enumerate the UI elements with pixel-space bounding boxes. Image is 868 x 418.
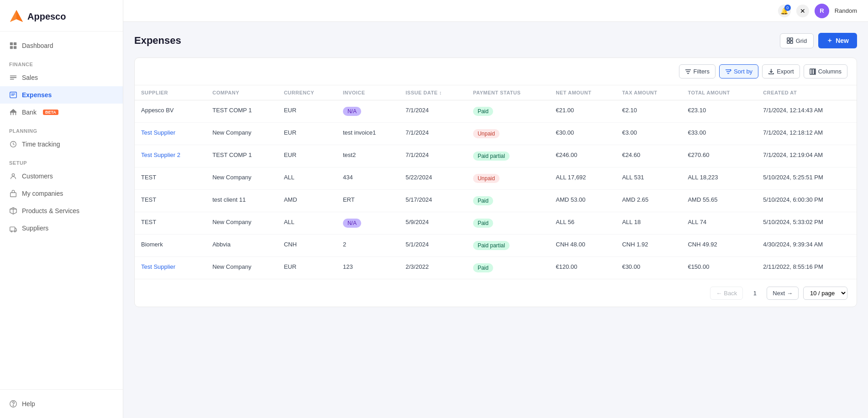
payment-status-badge: Unpaid (473, 129, 500, 138)
cell-created-at: 7/1/2024, 12:14:43 AM (757, 100, 857, 123)
cell-net-amount: €30.00 (549, 123, 615, 145)
svg-rect-20 (11, 193, 16, 197)
cell-supplier[interactable]: Test Supplier (135, 257, 206, 279)
cell-supplier[interactable]: Test Supplier 2 (135, 145, 206, 167)
cell-invoice: test invoice1 (337, 123, 399, 145)
invoice-value: 123 (343, 263, 353, 270)
svg-rect-9 (10, 79, 14, 80)
sidebar-item-dashboard[interactable]: Dashboard (0, 37, 123, 54)
cell-total-amount: ALL 74 (681, 212, 757, 235)
section-planning-label: Planning (0, 121, 123, 136)
sidebar-item-label: Products & Services (22, 207, 79, 214)
invoice-value: 434 (343, 174, 353, 181)
cell-company: New Company (206, 257, 277, 279)
payment-status-badge: Paid (473, 107, 493, 116)
section-setup-label: Setup (0, 153, 123, 167)
cell-payment-status: Unpaid (467, 167, 549, 190)
svg-rect-41 (815, 69, 815, 74)
sidebar-item-help[interactable]: Help (0, 395, 123, 413)
cell-payment-status: Paid partial (467, 235, 549, 257)
filter-icon (685, 68, 691, 75)
sidebar-item-sales[interactable]: Sales (0, 69, 123, 86)
cell-issue-date: 5/22/2024 (399, 167, 467, 190)
cell-invoice: N/A (337, 212, 399, 235)
help-icon (9, 400, 17, 408)
cell-invoice: 2 (337, 235, 399, 257)
app-logo-icon (9, 9, 24, 24)
svg-rect-30 (790, 38, 793, 40)
sidebar-item-my-companies[interactable]: My companies (0, 185, 123, 202)
sidebar-item-label: Suppliers (22, 225, 48, 232)
cell-tax-amount: ALL 18 (615, 212, 681, 235)
sidebar-item-label: Expenses (22, 91, 52, 99)
svg-rect-6 (14, 46, 16, 49)
cell-tax-amount: €3.00 (615, 123, 681, 145)
table-row[interactable]: TEST New Company ALL N/A 5/9/2024 Paid A… (135, 212, 857, 235)
per-page-select[interactable]: 10 / page 20 / page 50 / page (803, 287, 847, 300)
back-button[interactable]: ← Back (710, 287, 743, 300)
svg-point-19 (12, 174, 14, 176)
sidebar-item-products-services[interactable]: Products & Services (0, 202, 123, 219)
cell-company: TEST COMP 1 (206, 145, 277, 167)
svg-point-26 (14, 231, 16, 232)
table-row[interactable]: Test Supplier 2 TEST COMP 1 EUR test2 7/… (135, 145, 857, 167)
sidebar-item-suppliers[interactable]: Suppliers (0, 219, 123, 237)
sidebar-item-label: Sales (22, 74, 38, 81)
cell-company: New Company (206, 123, 277, 145)
columns-button[interactable]: Columns (804, 64, 847, 78)
cell-created-at: 5/10/2024, 5:33:02 PM (757, 212, 857, 235)
svg-rect-3 (10, 42, 13, 45)
sidebar-item-expenses[interactable]: Expenses (0, 86, 123, 104)
svg-rect-12 (11, 95, 14, 95)
sidebar-item-label: Time tracking (22, 141, 60, 148)
col-issue-date[interactable]: ISSUE DATE ↕ (399, 85, 467, 100)
cell-supplier[interactable]: Appesco BV (135, 100, 206, 123)
cell-currency: EUR (278, 100, 337, 123)
cell-payment-status: Paid (467, 190, 549, 212)
table-row[interactable]: Appesco BV TEST COMP 1 EUR N/A 7/1/2024 … (135, 100, 857, 123)
cell-payment-status: Paid partial (467, 145, 549, 167)
svg-point-28 (13, 405, 13, 406)
svg-marker-17 (10, 109, 16, 112)
svg-rect-40 (812, 69, 814, 74)
cell-created-at: 2/11/2022, 8:55:16 PM (757, 257, 857, 279)
cell-supplier[interactable]: TEST (135, 190, 206, 212)
cell-supplier[interactable]: Test Supplier (135, 123, 206, 145)
cell-net-amount: €246.00 (549, 145, 615, 167)
svg-rect-16 (16, 113, 16, 115)
svg-rect-4 (14, 42, 16, 45)
sort-by-button[interactable]: Sort by (719, 64, 758, 78)
cell-issue-date: 5/1/2024 (399, 235, 467, 257)
table-row[interactable]: TEST test client 11 AMD ERT 5/17/2024 Pa… (135, 190, 857, 212)
user-name: Random (835, 7, 857, 14)
new-button[interactable]: ＋ New (818, 33, 857, 48)
table-row[interactable]: Test Supplier New Company EUR 123 2/3/20… (135, 257, 857, 279)
cell-total-amount: CNH 49.92 (681, 235, 757, 257)
cell-created-at: 4/30/2024, 9:39:34 AM (757, 235, 857, 257)
export-button[interactable]: Export (762, 64, 800, 78)
cell-supplier[interactable]: Biomerk (135, 235, 206, 257)
close-button[interactable]: ✕ (796, 5, 809, 17)
cell-supplier[interactable]: TEST (135, 212, 206, 235)
cell-total-amount: €23.10 (681, 100, 757, 123)
table-row[interactable]: Biomerk Abbvia CNH 2 5/1/2024 Paid parti… (135, 235, 857, 257)
export-icon (768, 68, 774, 75)
filters-button[interactable]: Filters (679, 64, 715, 78)
cell-net-amount: €120.00 (549, 257, 615, 279)
sidebar-item-label: My companies (22, 190, 63, 197)
grid-button[interactable]: Grid (780, 33, 814, 48)
cell-supplier[interactable]: TEST (135, 167, 206, 190)
cell-currency: ALL (278, 212, 337, 235)
sidebar-item-bank[interactable]: Bank BETA (0, 104, 123, 121)
sidebar-item-time-tracking[interactable]: Time tracking (0, 136, 123, 153)
sidebar-item-customers[interactable]: Customers (0, 167, 123, 185)
page-content: Expenses Grid ＋ New (123, 22, 868, 418)
svg-rect-31 (787, 41, 789, 43)
columns-icon (810, 68, 816, 75)
next-button[interactable]: Next → (767, 287, 799, 300)
cell-invoice: 434 (337, 167, 399, 190)
table-row[interactable]: TEST New Company ALL 434 5/22/2024 Unpai… (135, 167, 857, 190)
table-row[interactable]: Test Supplier New Company EUR test invoi… (135, 123, 857, 145)
cell-total-amount: €270.60 (681, 145, 757, 167)
notifications-button[interactable]: 🔔 0 (778, 5, 791, 17)
